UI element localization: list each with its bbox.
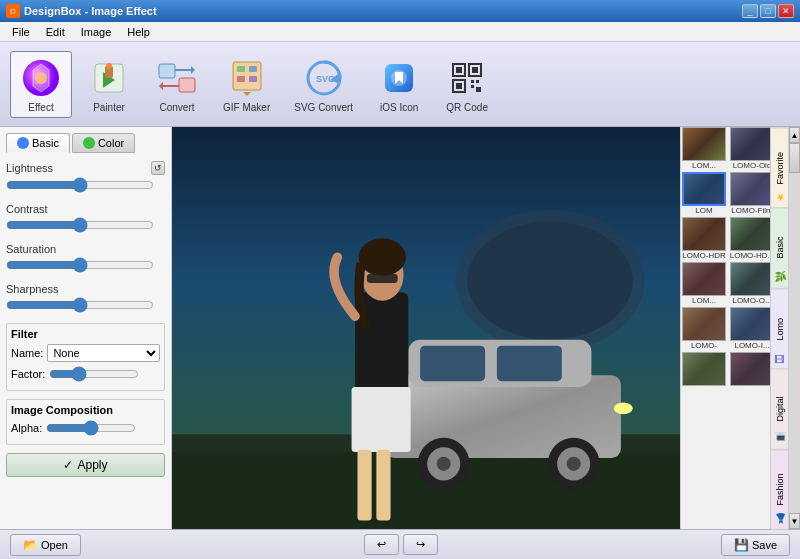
close-button[interactable]: ✕	[778, 4, 794, 18]
toolbar-effect[interactable]: Effect	[10, 51, 72, 118]
thumbnails-panel: LOM... LOMO-Old LOM	[681, 127, 770, 529]
save-button[interactable]: 💾 Save	[721, 534, 790, 556]
svg-rect-6	[179, 78, 195, 92]
scroll-up-button[interactable]: ▲	[789, 127, 800, 143]
svg-rect-25	[471, 85, 474, 88]
toolbar-ios-icon[interactable]: iOS Icon	[368, 51, 430, 118]
svg-rect-48	[367, 274, 398, 283]
tab-basic[interactable]: Basic	[6, 133, 70, 153]
list-item[interactable]: LOMO-HD...	[729, 217, 770, 260]
toolbar-gif-maker[interactable]: GIF Maker	[214, 51, 279, 118]
save-label: Save	[752, 539, 777, 551]
filter-section: Filter Name: None Blur Sharpen Edge Dete…	[6, 323, 165, 391]
menu-edit[interactable]: Edit	[38, 25, 73, 39]
tab-color[interactable]: Color	[72, 133, 135, 153]
sharpness-slider[interactable]	[6, 297, 154, 313]
basic-tab-icon	[17, 137, 29, 149]
svg-point-41	[567, 457, 581, 471]
save-icon: 💾	[734, 538, 749, 552]
thumbnail-label: LOM...	[681, 296, 727, 305]
color-tab-icon	[83, 137, 95, 149]
alpha-slider[interactable]	[46, 420, 136, 436]
undo-button[interactable]: ↩	[364, 534, 399, 555]
svg-text:SVG: SVG	[316, 74, 335, 84]
saturation-label: Saturation	[6, 243, 56, 255]
svg-rect-23	[471, 80, 474, 83]
filter-name-select[interactable]: None Blur Sharpen Edge Detect Emboss	[47, 344, 160, 362]
toolbar-qr-code[interactable]: QR Code	[436, 51, 498, 118]
filter-title: Filter	[11, 328, 160, 340]
list-item[interactable]	[729, 352, 770, 386]
thumbnail-image	[682, 262, 726, 296]
toolbar-svg-label: SVG Convert	[294, 102, 353, 113]
thumbnail-image	[682, 127, 726, 161]
list-item[interactable]: LOMO-O...	[729, 262, 770, 305]
toolbar-painter[interactable]: Painter	[78, 51, 140, 118]
menu-file[interactable]: File	[4, 25, 38, 39]
lightness-control: Lightness ↺	[6, 161, 165, 193]
svg-point-47	[359, 238, 406, 276]
toolbar-painter-label: Painter	[93, 102, 125, 113]
list-item[interactable]: LOMO-	[681, 307, 727, 350]
open-button[interactable]: 📂 Open	[10, 534, 81, 556]
toolbar-svg-convert[interactable]: SVG SVG Convert	[285, 51, 362, 118]
filter-factor-label: Factor:	[11, 368, 45, 380]
list-item[interactable]: LOMO-Film	[729, 172, 770, 215]
list-item[interactable]: LOM	[681, 172, 727, 215]
right-panel: LOM... LOMO-Old LOM	[680, 127, 800, 529]
side-tab-digital[interactable]: 💻 Digital	[771, 368, 788, 448]
main-toolbar: Effect Painter Convert	[0, 42, 800, 127]
menu-help[interactable]: Help	[119, 25, 158, 39]
svg-rect-9	[249, 66, 257, 72]
side-tab-favorite[interactable]: ★ Favorite	[771, 127, 788, 207]
list-item[interactable]: LOM...	[681, 262, 727, 305]
leaf-icon: 🌿	[775, 272, 786, 284]
filter-factor-slider[interactable]	[49, 366, 139, 382]
redo-button[interactable]: ↪	[403, 534, 438, 555]
maximize-button[interactable]: □	[760, 4, 776, 18]
scroll-down-button[interactable]: ▼	[789, 513, 800, 529]
thumbnail-label: LOM...	[681, 161, 727, 170]
saturation-control: Saturation	[6, 243, 165, 273]
apply-button[interactable]: ✓ Apply	[6, 453, 165, 477]
lomo-tab-label: Lomo	[775, 317, 785, 340]
lightness-refresh-button[interactable]: ↺	[151, 161, 165, 175]
scroll-track[interactable]	[789, 143, 800, 513]
toolbar-effect-label: Effect	[28, 102, 53, 113]
side-tab-basic[interactable]: 🌿 Basic	[771, 207, 788, 287]
menu-image[interactable]: Image	[73, 25, 120, 39]
image-composition-title: Image Composition	[11, 404, 160, 416]
tab-color-label: Color	[98, 137, 124, 149]
list-item[interactable]: LOMO-I...	[729, 307, 770, 350]
svg-point-42	[614, 402, 633, 414]
thumbnail-image	[682, 172, 726, 206]
thumbnail-image	[682, 217, 726, 251]
thumbnail-image	[730, 217, 770, 251]
list-item[interactable]: LOMO-HDR	[681, 217, 727, 260]
right-scrollbar[interactable]: ▲ ▼	[788, 127, 800, 529]
svg-rect-50	[376, 450, 390, 521]
list-item[interactable]	[681, 352, 727, 386]
thumbnail-grid: LOM... LOMO-Old LOM	[681, 127, 770, 386]
digital-icon: 💻	[775, 433, 786, 445]
fashion-tab-label: Fashion	[775, 473, 785, 505]
saturation-slider[interactable]	[6, 257, 154, 273]
side-tab-fashion[interactable]: 👗 Fashion	[771, 449, 788, 529]
favorite-tab-label: Favorite	[775, 151, 785, 184]
contrast-control: Contrast	[6, 203, 165, 233]
scroll-thumb[interactable]	[789, 143, 800, 173]
minimize-button[interactable]: _	[742, 4, 758, 18]
contrast-slider[interactable]	[6, 217, 154, 233]
list-item[interactable]: LOMO-Old	[729, 127, 770, 170]
lightness-slider[interactable]	[6, 177, 154, 193]
title-bar: D DesignBox - Image Effect _ □ ✕	[0, 0, 800, 22]
list-item[interactable]: LOM...	[681, 127, 727, 170]
svg-point-1	[35, 72, 47, 84]
contrast-label: Contrast	[6, 203, 48, 215]
svg-rect-26	[476, 87, 481, 92]
thumbnail-label: LOMO-	[681, 341, 727, 350]
thumbnail-label: LOMO-I...	[729, 341, 770, 350]
toolbar-convert[interactable]: Convert	[146, 51, 208, 118]
thumbnail-label: LOMO-Film	[729, 206, 770, 215]
side-tab-lomo[interactable]: 🎞 Lomo	[771, 288, 788, 368]
